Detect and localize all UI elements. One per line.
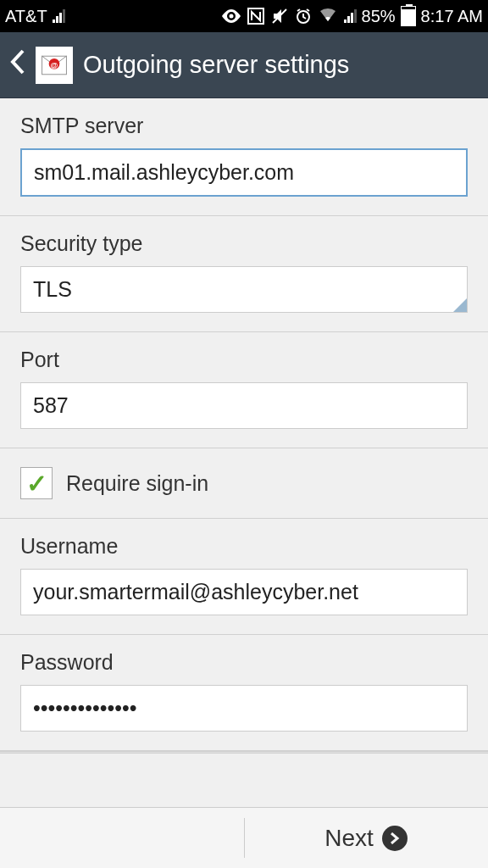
username-label: Username [20,534,468,559]
chevron-right-icon [382,826,408,851]
status-icons [222,8,357,25]
smtp-label: SMTP server [20,114,468,138]
status-bar: AT&T 85% 8:17 AM [0,0,488,32]
battery-icon [401,6,416,26]
next-label: Next [324,825,374,852]
signin-label: Require sign-in [66,471,208,496]
mute-icon [271,8,288,25]
cell-signal-icon [344,9,357,23]
port-section: Port [0,332,488,448]
security-label: Security type [20,231,468,256]
bottom-bar: Next [0,807,488,868]
clock: 8:17 AM [421,7,483,26]
port-label: Port [20,348,468,372]
app-bar: @ Outgoing server settings [0,32,488,98]
signal-icon [53,9,65,23]
next-button[interactable]: Next [244,808,488,868]
username-section: Username [0,519,488,635]
port-input[interactable] [20,382,468,429]
password-section: Password [0,635,488,751]
security-select[interactable]: TLS [20,266,468,313]
password-label: Password [20,650,468,675]
divider [0,751,488,754]
wifi-icon [319,8,337,24]
smtp-input[interactable] [20,148,468,197]
require-signin-row[interactable]: ✓ Require sign-in [0,448,488,519]
dropdown-icon [453,298,467,312]
security-type-section: Security type TLS [0,216,488,332]
email-app-icon: @ [36,47,73,84]
smtp-server-section: SMTP server [0,98,488,216]
svg-text:@: @ [51,60,58,69]
carrier-label: AT&T [5,7,47,26]
checkmark-icon: ✓ [26,469,47,498]
nfc-icon [247,8,264,25]
alarm-icon [295,8,312,25]
page-title: Outgoing server settings [83,51,349,79]
security-value: TLS [33,277,72,301]
battery-percent: 85% [362,7,396,26]
eye-icon [222,9,241,23]
back-button[interactable] [10,49,25,81]
svg-point-0 [229,14,233,19]
signin-checkbox[interactable]: ✓ [20,467,53,499]
username-input[interactable] [20,569,468,615]
password-input[interactable] [20,685,468,732]
bottom-divider [244,818,245,858]
